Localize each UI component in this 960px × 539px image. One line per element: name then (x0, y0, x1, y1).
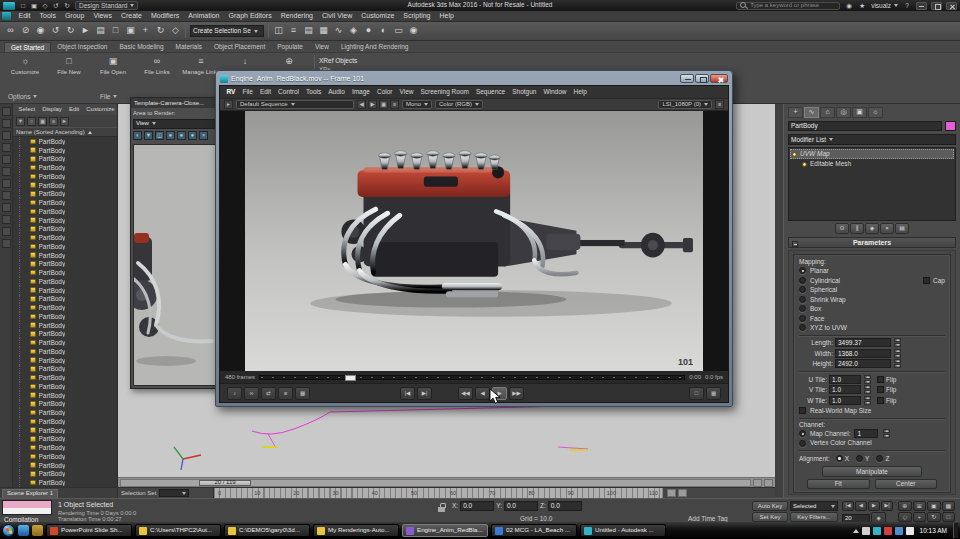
selection-set-dropdown[interactable] (159, 489, 189, 497)
loop-icon[interactable]: ∞ (244, 387, 259, 400)
ribbon-toggle-icon[interactable]: ▦ (316, 24, 331, 38)
file-new-button[interactable]: □ File New (48, 55, 90, 76)
explorer-search-icon[interactable]: ○ (27, 117, 36, 126)
ribbon-tab[interactable]: Object Inspection (51, 42, 113, 51)
player-menu-item[interactable]: Audio (325, 88, 349, 95)
time-slider-track[interactable]: 20 / 119 (120, 479, 751, 487)
mapping-radio[interactable]: Shrink Wrap (799, 295, 945, 305)
spinner[interactable] (864, 396, 871, 405)
pin-stack-icon[interactable]: ⊙ (835, 223, 849, 234)
render-setup-icon[interactable]: ◐ (376, 24, 391, 38)
manipulate-button[interactable]: Manipulate (822, 466, 922, 477)
menu-item[interactable]: Views (89, 12, 117, 20)
modifier-stack-row[interactable]: Editable Mesh (790, 159, 954, 169)
fit-button[interactable]: Fit (807, 479, 870, 489)
display-tab-icon[interactable]: ▣ (852, 107, 867, 118)
real-world-checkbox[interactable]: Real-World Map Size (799, 406, 945, 416)
player-menu-item[interactable]: Color (373, 88, 396, 95)
zoom-extents-icon[interactable]: ▣ (927, 501, 941, 511)
spinner[interactable] (883, 429, 890, 438)
spinner[interactable] (864, 375, 871, 384)
scene-explorer-row[interactable]: PartBody (13, 373, 117, 382)
coordinate-field[interactable]: 0.0 (460, 501, 494, 511)
scene-explorer-row[interactable]: PartBody (13, 312, 117, 321)
select-and-link-icon[interactable]: ∞ (3, 24, 18, 38)
tray-icon[interactable] (884, 527, 892, 535)
mark-out-icon[interactable]: ▶| (417, 387, 432, 400)
scene-explorer-row[interactable]: PartBody (13, 330, 117, 339)
side-toolbar-icon[interactable] (2, 155, 11, 164)
show-hidden-icons[interactable] (853, 529, 859, 533)
taskbar-item[interactable]: My Renderings-Auto... (313, 524, 399, 537)
ribbon-tab[interactable]: Populate (271, 42, 309, 51)
mark-in-icon[interactable]: |◀ (400, 387, 415, 400)
rendered-frame-window-icon[interactable]: ▭ (391, 24, 406, 38)
display-profile-dropdown[interactable]: LSI_1080P (0) (658, 100, 712, 109)
scene-explorer-row[interactable]: PartBody (13, 277, 117, 286)
side-toolbar-icon[interactable] (2, 239, 11, 248)
tray-icon[interactable] (862, 527, 870, 535)
player-menu-item[interactable]: Image (348, 88, 373, 95)
scene-explorer-column-header[interactable]: Name (Sorted Ascending) (13, 127, 117, 137)
taskbar-item[interactable]: Untitled - Autodesk ... (580, 524, 666, 537)
audio-dropdown[interactable]: Mono (402, 100, 432, 109)
scene-explorer-row[interactable]: PartBody (13, 303, 117, 312)
menu-item[interactable]: Graph Editors (224, 12, 276, 20)
mapping-radio[interactable]: XYZ to UVW (799, 323, 945, 333)
save-file-icon[interactable]: ◇ (40, 1, 50, 10)
menu-item[interactable]: Help (435, 12, 458, 20)
quick-launch-icon[interactable] (18, 525, 29, 536)
ribbon-tab[interactable]: Lighting And Rendering (335, 42, 415, 51)
scene-explorer-row[interactable]: PartBody (13, 155, 117, 164)
player-close-button[interactable] (710, 74, 728, 83)
coordinate-field[interactable]: 0.0 (548, 501, 582, 511)
player-menu-item[interactable]: Edit (256, 88, 274, 95)
hierarchy-tab-icon[interactable]: ⌂ (820, 107, 835, 118)
scene-explorer-row[interactable]: PartBody (13, 382, 117, 391)
play-reverse-icon[interactable]: ◀ (475, 387, 490, 400)
step-forward-icon[interactable]: ▶▶ (509, 387, 524, 400)
axis-radio[interactable]: X (836, 455, 849, 462)
mapping-radio[interactable]: Face (799, 314, 945, 324)
lightbulb-icon[interactable] (792, 152, 797, 157)
side-toolbar-icon[interactable] (2, 119, 11, 128)
redo-icon[interactable]: ↻ (62, 1, 72, 10)
3ds-max-logo-icon[interactable] (3, 2, 15, 10)
scene-explorer-row[interactable]: PartBody (13, 251, 117, 260)
playlist-icon[interactable]: ≡ (278, 387, 293, 400)
explorer-pick-icon[interactable]: ► (60, 117, 69, 126)
player-titlebar[interactable]: Engine_Anim_RedBlack.mov -- Frame 101 (219, 72, 729, 85)
player-menu-item[interactable]: Sequence (472, 88, 508, 95)
scene-explorer-row[interactable]: PartBody (13, 365, 117, 374)
menu-item[interactable]: Scripting (399, 12, 435, 20)
schematic-view-icon[interactable]: ◈ (346, 24, 361, 38)
numeric-field[interactable]: 1368.0 (835, 349, 891, 358)
zoom-all-icon[interactable]: ⊞ (913, 501, 927, 511)
rendered-frame-titlebar[interactable]: Template-Camera-Close... (131, 98, 226, 108)
side-toolbar-icon[interactable] (2, 167, 11, 176)
scene-explorer-row[interactable]: PartBody (13, 321, 117, 330)
player-menu-item[interactable]: Screening Room (417, 88, 472, 95)
scene-explorer-row[interactable]: PartBody (13, 470, 117, 479)
player-minimize-button[interactable] (680, 74, 694, 83)
side-toolbar-icon[interactable] (2, 131, 11, 140)
scene-explorer-row[interactable]: PartBody (13, 452, 117, 461)
clear-icon[interactable]: × (199, 131, 208, 140)
scene-explorer-row[interactable]: PartBody (13, 461, 117, 470)
menu-item[interactable]: Animation (184, 12, 224, 20)
curve-editor-icon[interactable]: ∿ (331, 24, 346, 38)
material-editor-icon[interactable]: ● (361, 24, 376, 38)
sequence-dropdown[interactable]: Default Sequence (236, 100, 354, 109)
spinner[interactable] (894, 349, 901, 358)
menu-item[interactable]: Civil View (317, 12, 356, 20)
time-slider-handle[interactable]: 20 / 119 (199, 480, 251, 486)
file-links-button[interactable]: ∞ File Links (136, 55, 178, 76)
next-view-icon[interactable]: ▶ (368, 100, 377, 109)
scene-explorer-row[interactable]: PartBody (13, 268, 117, 277)
quick-launch-icon[interactable] (32, 525, 43, 536)
scene-explorer-row[interactable]: PartBody (13, 435, 117, 444)
minimize-button[interactable] (916, 2, 927, 10)
scene-explorer-tab[interactable]: Scene Explorer 1 (2, 489, 58, 498)
help-icon[interactable]: ? (902, 1, 912, 10)
timeline-scrubber[interactable] (259, 375, 685, 380)
